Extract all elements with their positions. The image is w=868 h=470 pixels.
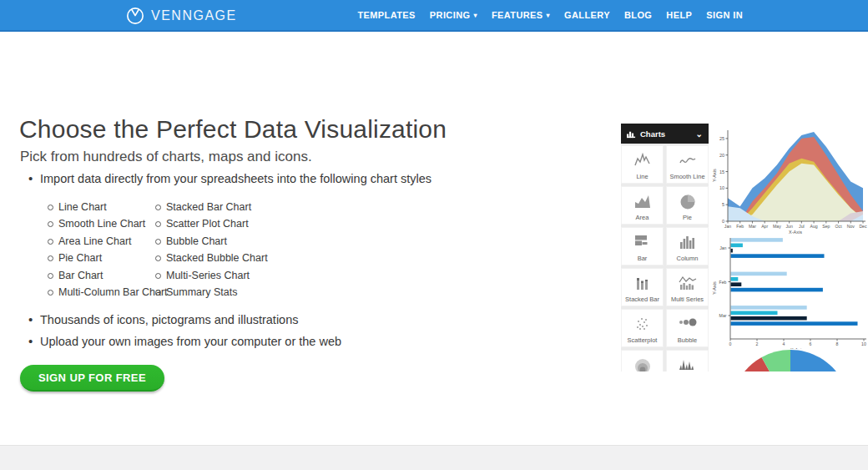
chart-style-item: Summary Stats xyxy=(166,286,268,303)
svg-text:Mar: Mar xyxy=(749,224,756,229)
nav-item-help[interactable]: HELP xyxy=(666,10,692,20)
charts-dropdown-label: Charts xyxy=(640,129,665,139)
tile-label: Stacked Bar xyxy=(622,296,663,303)
svg-text:Nov: Nov xyxy=(847,224,855,229)
svg-text:25: 25 xyxy=(719,136,724,141)
nav-item-gallery[interactable]: GALLERY xyxy=(564,10,610,20)
svg-text:6: 6 xyxy=(810,341,812,346)
chart-type-tile-scatterplot[interactable]: Scatterplot xyxy=(621,309,664,347)
nav-item-features[interactable]: FEATURES▾ xyxy=(492,10,550,20)
nav-item-templates[interactable]: TEMPLATES xyxy=(357,10,415,20)
chart-style-item: Multi-Series Chart xyxy=(166,270,268,286)
chart-style-item: Area Line Chart xyxy=(58,235,168,252)
chart-type-tile-area[interactable]: Area xyxy=(621,186,664,225)
svg-text:Sep: Sep xyxy=(822,224,830,229)
product-screenshot: Charts ⌄ LineSmooth LineAreaPieBarColumn… xyxy=(621,124,868,371)
svg-text:Feb: Feb xyxy=(719,280,727,285)
svg-text:Jun: Jun xyxy=(785,224,792,229)
chart-type-tile-column[interactable]: Column xyxy=(666,227,709,265)
svg-text:Y-Axis: Y-Axis xyxy=(712,281,717,295)
chart-style-item: Pie Chart xyxy=(58,252,168,269)
chart-style-item: Multi-Column Bar Chart xyxy=(58,286,168,303)
svg-text:2: 2 xyxy=(756,341,759,346)
multiseries-chart-icon xyxy=(679,275,697,291)
bar-chart-icon xyxy=(627,129,636,139)
chart-type-tile-line[interactable]: Line xyxy=(621,145,664,184)
tile-label: Smooth Line xyxy=(667,173,708,180)
bullet-thousands-icons: Thousands of icons, pictograms and illus… xyxy=(40,313,299,326)
svg-text:15: 15 xyxy=(719,169,724,174)
chart-type-panel: Charts ⌄ LineSmooth LineAreaPieBarColumn… xyxy=(621,124,709,371)
chart-type-tile-bubble[interactable]: Bubble xyxy=(666,309,709,347)
chart-style-item: Scatter Plot Chart xyxy=(166,218,268,235)
svg-text:Oct: Oct xyxy=(835,224,843,229)
svg-text:4: 4 xyxy=(783,341,785,346)
svg-text:Y-Axis: Y-Axis xyxy=(712,169,717,182)
chart-type-tile-stacked-bar[interactable]: Stacked Bar xyxy=(621,268,664,306)
area-chart-icon xyxy=(634,194,651,209)
chart-style-item: Line Chart xyxy=(58,201,168,218)
brand-name: VENNGAGE xyxy=(151,8,237,23)
svg-text:May: May xyxy=(773,224,781,229)
smooth-chart-icon xyxy=(679,153,696,168)
svg-text:Dec: Dec xyxy=(859,224,867,229)
scatter-chart-icon xyxy=(634,316,651,331)
chevron-down-icon: ▾ xyxy=(473,13,477,19)
chart-style-item: Bar Chart xyxy=(58,270,168,286)
tile-label: Column xyxy=(667,255,708,262)
charts-dropdown-header[interactable]: Charts ⌄ xyxy=(621,124,709,144)
svg-text:5: 5 xyxy=(722,202,724,207)
svg-text:Feb: Feb xyxy=(736,224,744,229)
nav-item-sign-in[interactable]: SIGN IN xyxy=(706,10,743,20)
stackedbar-chart-icon xyxy=(634,275,651,291)
tile-label: Area xyxy=(622,214,663,221)
tile-label: Multi Series xyxy=(667,296,708,303)
svg-text:0: 0 xyxy=(729,341,732,346)
svg-text:Apr: Apr xyxy=(761,224,768,229)
svg-text:Aug: Aug xyxy=(810,224,817,229)
tile-label: Bar xyxy=(622,255,663,262)
chart-type-tile-pie[interactable]: Pie xyxy=(666,186,709,225)
chart-type-tile-bar[interactable]: Bar xyxy=(621,227,664,265)
top-nav-bar: VENNGAGE TEMPLATESPRICING▾FEATURES▾GALLE… xyxy=(0,0,868,32)
tile-label: Line xyxy=(622,173,663,180)
chart-type-tile-smooth-line[interactable]: Smooth Line xyxy=(666,145,709,184)
chart-type-tile-stackedbubble[interactable] xyxy=(621,350,664,371)
svg-text:Jan: Jan xyxy=(719,245,726,250)
column-chart-icon xyxy=(679,235,696,250)
svg-text:10: 10 xyxy=(861,341,866,346)
tile-label: Scatterplot xyxy=(622,336,663,344)
sign-up-button[interactable]: SIGN UP FOR FREE xyxy=(20,365,164,392)
footer-strip xyxy=(0,445,868,470)
svg-text:Mar: Mar xyxy=(719,313,727,318)
svg-text:Jul: Jul xyxy=(799,224,805,229)
chart-style-item: Stacked Bar Chart xyxy=(166,201,268,218)
bullet-upload-images: Upload your own images from your compute… xyxy=(40,335,341,348)
chart-style-item: Bubble Chart xyxy=(166,235,268,252)
svg-text:Jan: Jan xyxy=(724,224,731,229)
svg-text:10: 10 xyxy=(719,185,724,190)
stackedbubble-chart-icon xyxy=(633,357,652,371)
nav-item-pricing[interactable]: PRICING▾ xyxy=(430,10,477,20)
page-title: Choose the Perfect Data Visualization xyxy=(19,115,447,144)
chart-style-item: Smooth Line Chart xyxy=(58,218,168,235)
svg-text:20: 20 xyxy=(719,153,724,158)
peak-chart-icon xyxy=(679,357,697,371)
svg-text:8: 8 xyxy=(836,341,839,346)
tile-label: Bubble xyxy=(667,336,708,344)
venngage-logo[interactable]: VENNGAGE xyxy=(126,7,237,25)
bar-chart-icon xyxy=(634,235,651,248)
nav-links: TEMPLATESPRICING▾FEATURES▾GALLERYBLOGHEL… xyxy=(357,0,743,30)
pie-chart-preview xyxy=(730,349,850,371)
chart-style-list-col2: Stacked Bar ChartScatter Plot ChartBubbl… xyxy=(166,201,268,303)
pie-chart-icon xyxy=(679,194,696,210)
chart-style-item: Stacked Bubble Chart xyxy=(166,252,268,269)
tile-label: Pie xyxy=(667,214,708,221)
chart-type-tile-peak[interactable] xyxy=(666,350,709,371)
chart-type-tile-multi-series[interactable]: Multi Series xyxy=(666,268,709,306)
nav-item-blog[interactable]: BLOG xyxy=(624,10,652,20)
horizontal-bar-chart-preview: JanFebMar0246810X-AxisY-Axis xyxy=(711,236,868,349)
line-chart-icon xyxy=(634,153,651,168)
page-subtitle: Pick from hundreds of charts, maps and i… xyxy=(20,149,312,165)
venngage-logo-icon xyxy=(126,7,144,25)
